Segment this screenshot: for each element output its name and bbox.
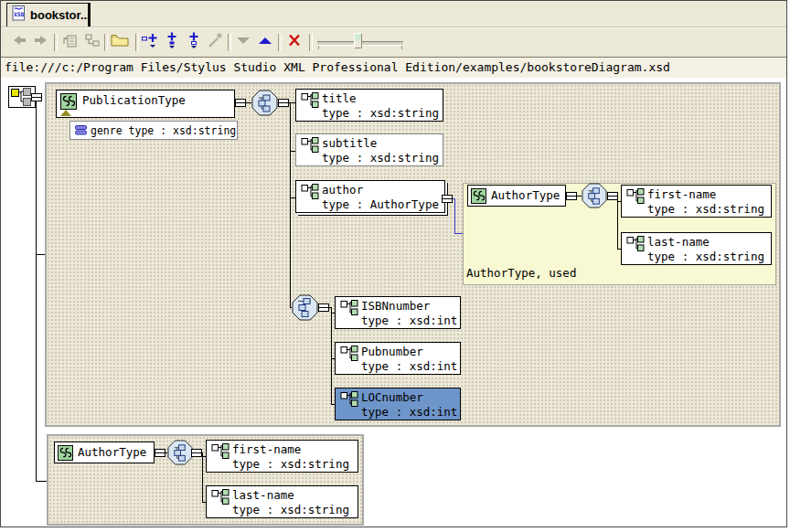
- root-connector[interactable]: [31, 93, 42, 101]
- node-type: type : xsd:int: [361, 405, 457, 419]
- node-type: type : xsd:string: [322, 106, 439, 120]
- connector[interactable]: [278, 99, 289, 107]
- node-isbnnumber[interactable]: ISBNnumber type : xsd:int: [335, 296, 461, 329]
- node-last-name-global[interactable]: last-name type : xsd:string: [206, 485, 358, 518]
- blue-plus-bar-icon: [141, 31, 159, 53]
- app-window: XSD bookstor...: [0, 0, 787, 527]
- node-locnumber-selected[interactable]: LOCnumber type : xsd:int: [335, 388, 461, 420]
- element-icon: [301, 92, 319, 111]
- collapse-triangle-icon[interactable]: [60, 110, 71, 116]
- delete-button[interactable]: [284, 32, 304, 52]
- node-title[interactable]: title type : xsd:string: [295, 89, 443, 122]
- connector[interactable]: [191, 449, 202, 457]
- element-icon: [211, 443, 230, 462]
- add-child-element-button[interactable]: [162, 32, 182, 52]
- arrow-right-icon: [32, 31, 50, 53]
- node-name: first-name: [647, 187, 716, 201]
- connector[interactable]: [442, 195, 453, 203]
- move-down-button[interactable]: [233, 32, 253, 52]
- node-type: type : xsd:string: [232, 457, 349, 471]
- tree-line: [36, 254, 45, 255]
- node-author-type-global[interactable]: AuthorType: [54, 442, 155, 463]
- linked-boxes-icon: [83, 31, 101, 53]
- tab-title: bookstor...: [30, 8, 91, 22]
- node-publication-type[interactable]: PublicationType: [56, 90, 235, 118]
- open-folder-button[interactable]: [110, 32, 130, 52]
- wand-icon: [206, 31, 224, 53]
- connector[interactable]: [155, 449, 165, 457]
- tree-line: [617, 196, 618, 249]
- toolbar-separator: [309, 34, 313, 51]
- tab-bookstore-diagram[interactable]: XSD bookstor...: [6, 3, 91, 27]
- element-icon: [626, 188, 645, 207]
- toolbar-separator: [104, 34, 108, 51]
- node-type: type : xsd:string: [647, 250, 764, 263]
- node-first-name-used[interactable]: first-name type : xsd:string: [621, 185, 772, 218]
- toolbar-separator: [228, 34, 231, 51]
- sequence-icon[interactable]: [167, 440, 193, 465]
- toolbar-separator: [135, 34, 139, 51]
- node-last-name-used[interactable]: last-name type : xsd:string: [621, 232, 772, 265]
- node-name: subtitle: [322, 136, 377, 150]
- node-author-type-used[interactable]: AuthorType: [467, 185, 566, 207]
- move-up-button[interactable]: [255, 32, 275, 52]
- node-name: ISBNnumber: [361, 299, 430, 313]
- red-x-icon: [285, 31, 304, 53]
- forward-button[interactable]: [31, 32, 51, 52]
- element-icon: [340, 391, 358, 410]
- element-icon: [301, 137, 319, 155]
- connector[interactable]: [235, 99, 246, 107]
- zoom-slider-thumb[interactable]: [354, 33, 362, 48]
- region-caption: AuthorType, used: [466, 266, 576, 280]
- node-pubnumber[interactable]: Pubnumber type : xsd:int: [335, 342, 461, 375]
- node-name: author: [322, 183, 363, 197]
- complex-type-icon: [58, 445, 73, 463]
- node-author[interactable]: author type : AuthorType: [295, 180, 445, 213]
- node-subtitle[interactable]: subtitle type : xsd:string: [295, 133, 443, 166]
- address-bar[interactable]: file:///c:/Program Files/Stylus Studio X…: [1, 57, 786, 79]
- complex-type-icon: [471, 188, 486, 207]
- add-attribute-button[interactable]: [140, 32, 160, 52]
- attribute-genre[interactable]: genre type : xsd:string: [69, 121, 238, 140]
- slider-tick: [318, 46, 319, 49]
- blue-plus-down-icon: [163, 31, 181, 53]
- tab-bar: XSD bookstor...: [1, 1, 786, 27]
- node-name: last-name: [232, 488, 294, 502]
- element-icon: [301, 184, 319, 202]
- arrow-left-icon: [10, 31, 28, 53]
- add-sibling-element-button[interactable]: [184, 32, 204, 52]
- node-type: type : xsd:string: [232, 503, 349, 516]
- attribute-icon: [75, 125, 87, 138]
- node-name: PublicationType: [82, 93, 186, 107]
- tree-line: [331, 307, 332, 405]
- quick-edit-button[interactable]: [205, 32, 225, 52]
- node-name: title: [322, 91, 357, 105]
- node-type: type : AuthorType: [322, 197, 439, 211]
- goto-definition-button[interactable]: [60, 32, 80, 52]
- back-button[interactable]: [9, 32, 29, 52]
- element-icon: [626, 236, 645, 254]
- page-arrow-icon: [61, 31, 80, 53]
- node-first-name-global[interactable]: first-name type : xsd:string: [206, 440, 358, 473]
- node-type: type : xsd:string: [322, 151, 439, 165]
- tree-line: [202, 452, 203, 503]
- folder-icon: [110, 31, 130, 53]
- toolbar: [1, 27, 786, 57]
- connector[interactable]: [566, 192, 577, 200]
- node-name: first-name: [232, 442, 301, 456]
- node-type: type : xsd:int: [361, 359, 457, 373]
- diagram-canvas[interactable]: PublicationType genre type : xsd:string: [1, 79, 786, 527]
- node-type: type : xsd:string: [647, 202, 764, 216]
- svg-text:XSD: XSD: [14, 11, 25, 17]
- element-icon: [211, 489, 230, 507]
- blue-plus-box-icon: [185, 31, 203, 53]
- node-name: Pubnumber: [361, 345, 423, 358]
- sequence-icon[interactable]: [251, 90, 278, 116]
- sequence-icon[interactable]: [582, 183, 607, 208]
- model-group-icon[interactable]: [292, 294, 318, 321]
- show-references-button[interactable]: [82, 32, 102, 52]
- node-name: AuthorType: [491, 188, 560, 202]
- toolbar-separator: [278, 34, 282, 51]
- connector[interactable]: [318, 303, 329, 312]
- element-icon: [340, 300, 358, 318]
